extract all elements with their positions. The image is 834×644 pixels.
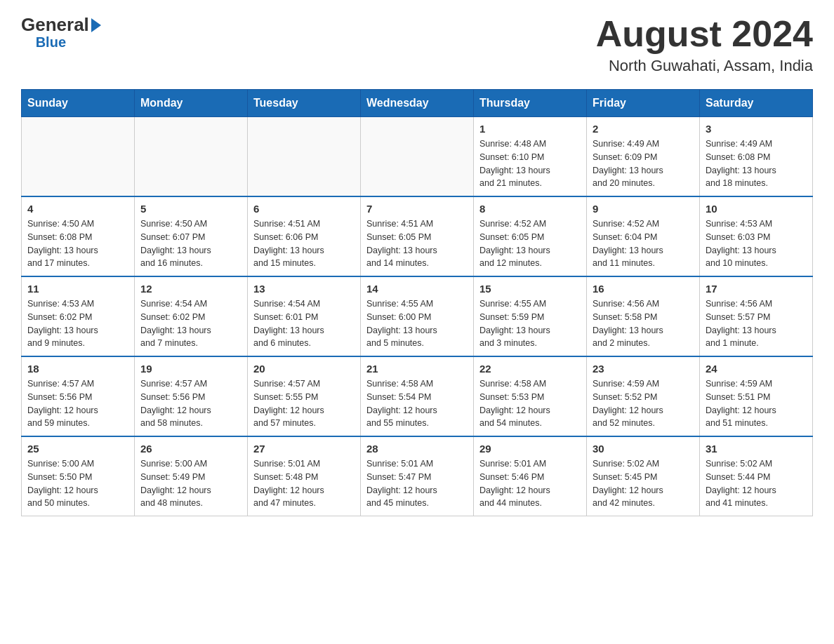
logo-general-text: General: [21, 14, 89, 36]
day-info: Sunrise: 4:55 AMSunset: 5:59 PMDaylight:…: [479, 297, 581, 350]
day-number: 24: [706, 363, 807, 375]
day-info: Sunrise: 4:52 AMSunset: 6:04 PMDaylight:…: [593, 217, 694, 270]
day-info: Sunrise: 4:58 AMSunset: 5:53 PMDaylight:…: [479, 377, 581, 430]
calendar-cell: 22Sunrise: 4:58 AMSunset: 5:53 PMDayligh…: [474, 356, 587, 436]
calendar-cell: 28Sunrise: 5:01 AMSunset: 5:47 PMDayligh…: [361, 436, 474, 516]
day-number: 29: [479, 443, 581, 455]
day-number: 9: [593, 203, 694, 215]
day-info: Sunrise: 4:56 AMSunset: 5:58 PMDaylight:…: [593, 297, 694, 350]
day-number: 16: [593, 283, 694, 295]
calendar-cell: 13Sunrise: 4:54 AMSunset: 6:01 PMDayligh…: [248, 276, 361, 356]
day-info: Sunrise: 5:01 AMSunset: 5:48 PMDaylight:…: [253, 457, 355, 510]
calendar-cell: 14Sunrise: 4:55 AMSunset: 6:00 PMDayligh…: [361, 276, 474, 356]
day-number: 14: [366, 283, 468, 295]
day-number: 31: [706, 443, 807, 455]
day-info: Sunrise: 4:49 AMSunset: 6:09 PMDaylight:…: [593, 137, 694, 190]
day-info: Sunrise: 4:52 AMSunset: 6:05 PMDaylight:…: [479, 217, 581, 270]
week-row-4: 18Sunrise: 4:57 AMSunset: 5:56 PMDayligh…: [22, 356, 813, 436]
day-number: 20: [253, 363, 355, 375]
day-header-friday: Friday: [587, 90, 700, 117]
day-info: Sunrise: 4:59 AMSunset: 5:51 PMDaylight:…: [706, 377, 807, 430]
calendar-cell: 3Sunrise: 4:49 AMSunset: 6:08 PMDaylight…: [700, 117, 813, 197]
day-number: 30: [593, 443, 694, 455]
calendar-cell: 24Sunrise: 4:59 AMSunset: 5:51 PMDayligh…: [700, 356, 813, 436]
week-row-3: 11Sunrise: 4:53 AMSunset: 6:02 PMDayligh…: [22, 276, 813, 356]
calendar-cell: 4Sunrise: 4:50 AMSunset: 6:08 PMDaylight…: [22, 196, 135, 276]
day-info: Sunrise: 4:51 AMSunset: 6:06 PMDaylight:…: [253, 217, 355, 270]
day-info: Sunrise: 4:50 AMSunset: 6:07 PMDaylight:…: [140, 217, 241, 270]
calendar-cell: 1Sunrise: 4:48 AMSunset: 6:10 PMDaylight…: [474, 117, 587, 197]
calendar-table: SundayMondayTuesdayWednesdayThursdayFrid…: [21, 89, 813, 516]
calendar-cell: 8Sunrise: 4:52 AMSunset: 6:05 PMDaylight…: [474, 196, 587, 276]
day-number: 8: [479, 203, 581, 215]
calendar-cell: 9Sunrise: 4:52 AMSunset: 6:04 PMDaylight…: [587, 196, 700, 276]
day-info: Sunrise: 5:01 AMSunset: 5:47 PMDaylight:…: [366, 457, 468, 510]
day-number: 1: [479, 123, 581, 135]
calendar-cell: [135, 117, 248, 197]
day-info: Sunrise: 4:55 AMSunset: 6:00 PMDaylight:…: [366, 297, 468, 350]
day-info: Sunrise: 5:00 AMSunset: 5:50 PMDaylight:…: [27, 457, 128, 510]
logo-triangle-icon: [91, 18, 101, 32]
day-info: Sunrise: 4:57 AMSunset: 5:55 PMDaylight:…: [253, 377, 355, 430]
week-row-2: 4Sunrise: 4:50 AMSunset: 6:08 PMDaylight…: [22, 196, 813, 276]
day-info: Sunrise: 4:51 AMSunset: 6:05 PMDaylight:…: [366, 217, 468, 270]
day-header-tuesday: Tuesday: [248, 90, 361, 117]
calendar-header: SundayMondayTuesdayWednesdayThursdayFrid…: [22, 90, 813, 117]
day-number: 6: [253, 203, 355, 215]
logo-blue-text: Blue: [36, 34, 66, 51]
day-info: Sunrise: 5:02 AMSunset: 5:44 PMDaylight:…: [706, 457, 807, 510]
day-number: 15: [479, 283, 581, 295]
calendar-cell: 17Sunrise: 4:56 AMSunset: 5:57 PMDayligh…: [700, 276, 813, 356]
day-info: Sunrise: 4:56 AMSunset: 5:57 PMDaylight:…: [706, 297, 807, 350]
week-row-1: 1Sunrise: 4:48 AMSunset: 6:10 PMDaylight…: [22, 117, 813, 197]
day-header-sunday: Sunday: [22, 90, 135, 117]
day-number: 10: [706, 203, 807, 215]
day-number: 11: [27, 283, 128, 295]
calendar-cell: 6Sunrise: 4:51 AMSunset: 6:06 PMDaylight…: [248, 196, 361, 276]
calendar-cell: 20Sunrise: 4:57 AMSunset: 5:55 PMDayligh…: [248, 356, 361, 436]
calendar-cell: 7Sunrise: 4:51 AMSunset: 6:05 PMDaylight…: [361, 196, 474, 276]
day-number: 18: [27, 363, 128, 375]
day-info: Sunrise: 4:49 AMSunset: 6:08 PMDaylight:…: [706, 137, 807, 190]
calendar-cell: 29Sunrise: 5:01 AMSunset: 5:46 PMDayligh…: [474, 436, 587, 516]
day-info: Sunrise: 4:57 AMSunset: 5:56 PMDaylight:…: [140, 377, 241, 430]
subtitle: North Guwahati, Assam, India: [596, 57, 813, 75]
day-number: 2: [593, 123, 694, 135]
day-number: 7: [366, 203, 468, 215]
calendar-cell: 18Sunrise: 4:57 AMSunset: 5:56 PMDayligh…: [22, 356, 135, 436]
day-info: Sunrise: 5:01 AMSunset: 5:46 PMDaylight:…: [479, 457, 581, 510]
day-number: 4: [27, 203, 128, 215]
day-info: Sunrise: 5:00 AMSunset: 5:49 PMDaylight:…: [140, 457, 241, 510]
calendar-cell: 26Sunrise: 5:00 AMSunset: 5:49 PMDayligh…: [135, 436, 248, 516]
day-info: Sunrise: 4:54 AMSunset: 6:02 PMDaylight:…: [140, 297, 241, 350]
calendar-cell: 15Sunrise: 4:55 AMSunset: 5:59 PMDayligh…: [474, 276, 587, 356]
day-number: 5: [140, 203, 241, 215]
calendar-body: 1Sunrise: 4:48 AMSunset: 6:10 PMDaylight…: [22, 117, 813, 516]
day-info: Sunrise: 4:54 AMSunset: 6:01 PMDaylight:…: [253, 297, 355, 350]
day-info: Sunrise: 4:59 AMSunset: 5:52 PMDaylight:…: [593, 377, 694, 430]
calendar-cell: [248, 117, 361, 197]
day-info: Sunrise: 4:53 AMSunset: 6:02 PMDaylight:…: [27, 297, 128, 350]
calendar-cell: [361, 117, 474, 197]
calendar-cell: 21Sunrise: 4:58 AMSunset: 5:54 PMDayligh…: [361, 356, 474, 436]
day-number: 21: [366, 363, 468, 375]
calendar-cell: 12Sunrise: 4:54 AMSunset: 6:02 PMDayligh…: [135, 276, 248, 356]
day-header-thursday: Thursday: [474, 90, 587, 117]
page-header: General Blue August 2024 North Guwahati,…: [21, 14, 813, 75]
day-header-monday: Monday: [135, 90, 248, 117]
title-section: August 2024 North Guwahati, Assam, India: [596, 14, 813, 75]
day-info: Sunrise: 4:50 AMSunset: 6:08 PMDaylight:…: [27, 217, 128, 270]
day-number: 3: [706, 123, 807, 135]
week-row-5: 25Sunrise: 5:00 AMSunset: 5:50 PMDayligh…: [22, 436, 813, 516]
logo: General Blue: [21, 14, 101, 51]
day-number: 27: [253, 443, 355, 455]
calendar-cell: 25Sunrise: 5:00 AMSunset: 5:50 PMDayligh…: [22, 436, 135, 516]
day-number: 26: [140, 443, 241, 455]
calendar-cell: 16Sunrise: 4:56 AMSunset: 5:58 PMDayligh…: [587, 276, 700, 356]
main-title: August 2024: [596, 14, 813, 54]
calendar-cell: 31Sunrise: 5:02 AMSunset: 5:44 PMDayligh…: [700, 436, 813, 516]
day-number: 19: [140, 363, 241, 375]
days-of-week-row: SundayMondayTuesdayWednesdayThursdayFrid…: [22, 90, 813, 117]
calendar-cell: 19Sunrise: 4:57 AMSunset: 5:56 PMDayligh…: [135, 356, 248, 436]
calendar-cell: 5Sunrise: 4:50 AMSunset: 6:07 PMDaylight…: [135, 196, 248, 276]
